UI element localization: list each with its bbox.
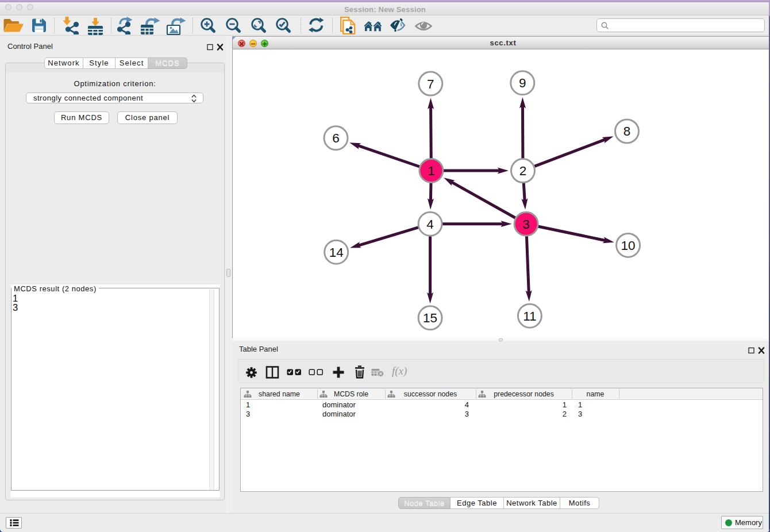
svg-text:7: 7 — [427, 77, 434, 91]
svg-text:11: 11 — [523, 309, 536, 323]
svg-text:4: 4 — [426, 217, 434, 232]
svg-text:2: 2 — [519, 164, 527, 178]
svg-text:10: 10 — [621, 238, 636, 253]
svg-text:9: 9 — [519, 76, 526, 90]
svg-text:6: 6 — [332, 131, 340, 145]
svg-text:15: 15 — [423, 311, 437, 325]
svg-text:1: 1 — [428, 164, 435, 178]
svg-text:14: 14 — [329, 245, 344, 260]
svg-text:8: 8 — [623, 124, 631, 138]
svg-text:3: 3 — [522, 217, 530, 232]
